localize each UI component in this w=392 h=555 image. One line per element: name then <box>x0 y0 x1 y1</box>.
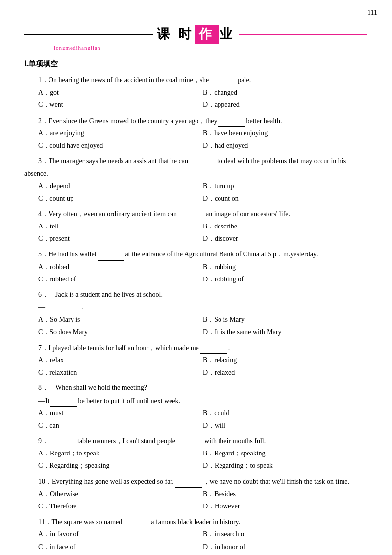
option-5-c: C．robbed of <box>38 273 203 285</box>
header-section: 课 时 作 业 longmedihangjian <box>24 25 368 50</box>
question-4: 4．Very often，even an ordinary ancient it… <box>24 207 368 245</box>
option-3-c: C．count up <box>38 192 203 204</box>
question-2: 2．Ever since the Greens moved to the cou… <box>24 114 368 152</box>
question-10-text: 10．Everything has gone well as expected … <box>24 475 368 488</box>
option-6-a: A．So Mary is <box>38 313 203 326</box>
option-4-d: D．discover <box>203 232 368 245</box>
option-5-d: D．robbing of <box>203 273 368 285</box>
question-7-text: 7．I played table tennis for half an hour… <box>24 341 368 354</box>
option-7-a: A．relax <box>38 354 203 366</box>
option-11-a: A．in favor of <box>38 528 203 540</box>
option-10-c: C．Therefore <box>38 500 203 512</box>
question-8: 8．—When shall we hold the meeting? —It b… <box>24 381 368 431</box>
question-2-text: 2．Ever since the Greens moved to the cou… <box>24 114 368 127</box>
option-9-b: B．Regard；speaking <box>203 447 368 459</box>
question-11: 11．The square was so named a famous blac… <box>24 515 368 553</box>
option-9-d: D．Regarding；to speak <box>203 459 368 472</box>
option-2-a: A．are enjoying <box>38 127 203 139</box>
question-7: 7．I played table tennis for half an hour… <box>24 341 368 379</box>
question-1-text: 1．On hearing the news of the accident in… <box>24 74 368 86</box>
option-3-d: D．count on <box>203 192 368 204</box>
question-1: 1．On hearing the news of the accident in… <box>24 74 368 111</box>
option-4-a: A．tell <box>38 220 203 232</box>
page-number-top: 111 <box>368 9 377 17</box>
option-5-a: A．robbed <box>38 261 203 273</box>
option-5-b: B．robbing <box>203 261 368 273</box>
question-4-text: 4．Very often，even an ordinary ancient it… <box>24 207 368 220</box>
option-11-d: D．in honor of <box>203 541 368 553</box>
option-9-c: C．Regarding；speaking <box>38 459 203 472</box>
option-6-d: D．It is the same with Mary <box>203 326 368 338</box>
question-6-text: 6．—Jack is a student and he lives at sch… <box>24 288 368 301</box>
option-8-b: B．could <box>203 407 368 419</box>
option-8-c: C．can <box>38 419 203 431</box>
question-10: 10．Everything has gone well as expected … <box>24 475 368 513</box>
header-left-text: 课 时 <box>157 25 195 43</box>
header-box-text: 作 <box>195 25 219 44</box>
option-9-a: A．Regard；to speak <box>38 447 203 459</box>
option-11-b: B．in search of <box>203 528 368 540</box>
question-9-text: 9． table manners，I can't stand people wi… <box>24 434 368 447</box>
option-8-a: A．must <box>38 407 203 419</box>
option-8-d: D．will <box>203 419 368 431</box>
option-4-c: C．present <box>38 232 203 245</box>
option-2-b: B．have been enjoying <box>203 127 368 139</box>
option-4-b: B．describe <box>203 220 368 232</box>
question-3-text: 3．The manager says he needs an assistant… <box>24 154 368 179</box>
section-title: Ⅰ.单项填空 <box>24 59 368 69</box>
option-10-b: B．Besides <box>203 488 368 500</box>
option-11-c: C．in face of <box>38 541 203 553</box>
question-6-text2: — . <box>24 301 368 313</box>
question-11-text: 11．The square was so named a famous blac… <box>24 515 368 528</box>
option-7-c: C．relaxation <box>38 366 203 378</box>
question-8-text: 8．—When shall we hold the meeting? <box>24 381 368 394</box>
question-3: 3．The manager says he needs an assistant… <box>24 154 368 204</box>
option-3-b: B．turn up <box>203 180 368 192</box>
option-7-b: B．relaxing <box>203 354 368 366</box>
option-2-c: C．could have enjoyed <box>38 139 203 151</box>
option-6-b: B．So is Mary <box>203 313 368 326</box>
header-right-text: 业 <box>220 25 235 43</box>
question-5: 5．He had his wallet at the entrance of t… <box>24 248 368 285</box>
option-2-d: D．had enjoyed <box>203 139 368 151</box>
question-6: 6．—Jack is a student and he lives at sch… <box>24 288 368 338</box>
question-5-text: 5．He had his wallet at the entrance of t… <box>24 248 368 260</box>
question-9: 9． table manners，I can't stand people wi… <box>24 434 368 472</box>
option-10-a: A．Otherwise <box>38 488 203 500</box>
option-10-d: D．However <box>203 500 368 512</box>
option-1-a: A．got <box>38 86 203 99</box>
option-6-c: C．So does Mary <box>38 326 203 338</box>
option-3-a: A．depend <box>38 180 203 192</box>
option-1-b: B．changed <box>203 86 368 99</box>
option-1-d: D．appeared <box>203 99 368 111</box>
question-8-text2: —It be better to put it off until next w… <box>24 394 368 407</box>
option-7-d: D．relaxed <box>203 366 368 378</box>
option-1-c: C．went <box>38 99 203 111</box>
header-subtitle: longmedihangjian <box>54 45 368 50</box>
